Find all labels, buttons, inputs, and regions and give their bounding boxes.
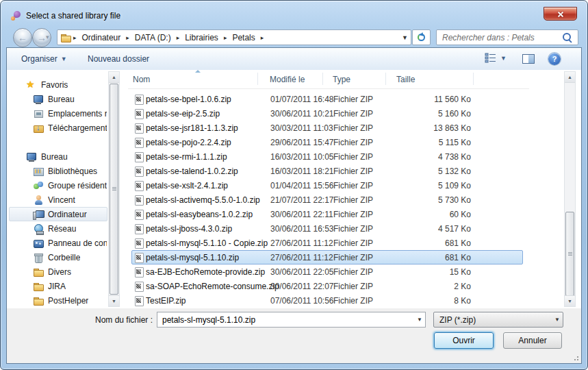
file-row[interactable]: petals-sl-mysql-5.1.10 - Copie.zip27/06/… xyxy=(131,236,523,250)
sidebar-item-vincent[interactable]: Vincent xyxy=(9,193,107,207)
homegroup-icon xyxy=(33,180,44,191)
file-name: petals-sl-jboss-4.3.0.zip xyxy=(146,224,232,234)
file-size: 681 Ko xyxy=(365,238,471,248)
file-row[interactable]: TestEIP.zip07/06/2011 10:56Fichier ZIP8 … xyxy=(131,293,523,308)
scroll-down-icon[interactable]: ▼ xyxy=(109,295,119,306)
file-name: petals-se-pojo-2.2.4.zip xyxy=(146,138,231,147)
preview-pane-button[interactable] xyxy=(522,54,535,64)
forward-arrow-icon: → xyxy=(37,32,47,43)
sidebar-item-corbeille[interactable]: Corbeille xyxy=(9,250,107,264)
scroll-up-icon[interactable]: ▲ xyxy=(565,72,575,83)
sidebar-item-emplacements-recents[interactable]: Emplacements ré xyxy=(9,106,107,121)
zip-file-icon xyxy=(133,151,144,162)
organize-label: Organiser xyxy=(21,54,57,64)
file-row[interactable]: petals-se-xslt-2.4.1.zip01/04/2011 15:56… xyxy=(131,178,523,193)
views-button[interactable]: ▼ xyxy=(485,53,507,63)
list-scrollbar-thumb[interactable] xyxy=(565,212,574,296)
sidebar-item-divers[interactable]: Divers xyxy=(9,264,107,279)
file-row[interactable]: petals-sl-jboss-4.3.0.zip30/06/2011 16:5… xyxy=(131,221,523,236)
breadcrumb-item[interactable]: Ordinateur▸ xyxy=(79,33,131,42)
back-arrow-icon: ← xyxy=(18,32,27,43)
column-separator[interactable] xyxy=(385,73,386,85)
sidebar-item-reseau[interactable]: Réseau xyxy=(9,221,107,236)
zip-file-icon xyxy=(133,108,144,119)
open-button-label: Ouvrir xyxy=(452,336,475,345)
filename-input[interactable] xyxy=(157,315,414,325)
file-row[interactable]: petals-sl-activemq-5.5.0-1.0.zip21/07/20… xyxy=(131,193,523,207)
scroll-down-icon[interactable]: ▼ xyxy=(565,295,575,306)
new-folder-button[interactable]: Nouveau dossier xyxy=(85,48,152,70)
breadcrumb-item[interactable]: DATA (D:)▸ xyxy=(131,33,181,42)
search-icon[interactable] xyxy=(562,32,572,42)
folder-icon xyxy=(33,295,44,306)
file-row[interactable]: sa-SOAP-EchoRemote-consume.zip30/06/2011… xyxy=(131,279,523,293)
scroll-up-icon[interactable]: ▲ xyxy=(109,72,119,83)
filename-dropdown-icon[interactable]: ▼ xyxy=(414,317,425,323)
sidebar-item-ordinateur[interactable]: Ordinateur xyxy=(9,207,107,221)
back-button[interactable]: ← xyxy=(13,28,32,47)
column-separator[interactable] xyxy=(473,73,474,85)
file-name: petals-se-bpel-1.0.6.zip xyxy=(146,95,231,104)
file-row[interactable]: petals-se-talend-1.0.2.zip16/03/2011 18:… xyxy=(131,164,523,178)
sidebar-item-telechargements[interactable]: Téléchargements xyxy=(9,121,107,135)
breadcrumb-item[interactable]: Petals▸ xyxy=(229,33,266,42)
breadcrumb-item[interactable]: Librairies▸ xyxy=(181,33,229,42)
address-bar[interactable]: ▸ Ordinateur▸ DATA (D:)▸ Librairies▸ Pet… xyxy=(57,29,411,45)
close-button[interactable] xyxy=(544,7,577,21)
zip-file-icon xyxy=(133,180,144,191)
address-dropdown-icon[interactable]: ▼ xyxy=(402,30,408,45)
zip-file-icon xyxy=(133,137,144,148)
resize-grip[interactable] xyxy=(571,353,579,361)
main-panel: Favoris Bureau Emplacements ré Télécharg… xyxy=(7,70,581,308)
sidebar-item-bureau-root[interactable]: Bureau xyxy=(9,149,107,164)
file-row[interactable]: petals-se-jsr181-1.1.3.zip30/03/2011 11:… xyxy=(131,121,523,135)
column-separator[interactable] xyxy=(257,73,258,85)
file-row[interactable]: petals-se-rmi-1.1.1.zip16/03/2011 10:05F… xyxy=(131,149,523,164)
zip-file-icon xyxy=(133,223,144,234)
file-row-selected[interactable]: petals-sl-mysql-5.1.10.zip27/06/2011 11:… xyxy=(131,250,523,264)
column-header-taille[interactable]: Taille xyxy=(396,70,472,88)
file-modified: 27/06/2011 11:12 xyxy=(270,238,333,248)
list-scrollbar[interactable]: ▲ ▼ xyxy=(564,71,576,307)
libraries-icon xyxy=(33,166,44,177)
cancel-button[interactable]: Annuler xyxy=(503,332,562,349)
column-header-type[interactable]: Type xyxy=(333,70,383,88)
column-header-nom[interactable]: Nom xyxy=(133,70,257,88)
sidebar-item-label: Réseau xyxy=(48,224,76,234)
organize-button[interactable]: Organiser ▼ xyxy=(18,48,70,70)
sidebar-item-groupe-residentiel[interactable]: Groupe résidenti xyxy=(9,178,107,193)
sidebar-item-bureau[interactable]: Bureau xyxy=(9,92,107,106)
search-input[interactable] xyxy=(437,33,562,42)
sidebar-item-panneau-de-configuration[interactable]: Panneau de conf xyxy=(9,236,107,250)
file-name: petals-sl-mysql-5.1.10.zip xyxy=(146,253,239,262)
file-row[interactable]: petals-sl-easybeans-1.0.2.zip30/06/2011 … xyxy=(131,207,523,221)
user-icon xyxy=(33,195,44,206)
sidebar-item-jira[interactable]: JIRA xyxy=(9,279,107,293)
sidebar-item-label: PostHelper xyxy=(48,296,88,306)
file-name: petals-sl-mysql-5.1.10 - Copie.zip xyxy=(146,238,268,248)
sidebar-item-posthelper[interactable]: PostHelper xyxy=(9,293,107,308)
sidebar-scrollbar-thumb[interactable] xyxy=(110,84,118,295)
open-button[interactable]: Ouvrir xyxy=(434,332,494,349)
column-separator[interactable] xyxy=(322,73,323,85)
file-row[interactable]: petals-se-bpel-1.0.6.zip01/07/2011 16:48… xyxy=(131,92,523,106)
file-name: petals-se-rmi-1.1.1.zip xyxy=(146,152,227,162)
file-row[interactable]: petals-se-eip-2.5.zip30/06/2011 10:21Fic… xyxy=(131,106,523,121)
column-header-modifie-le[interactable]: Modifié le xyxy=(270,70,322,88)
file-row[interactable]: sa-EJB-EchoRemote-provide.zip30/06/2011 … xyxy=(131,264,523,279)
refresh-button[interactable] xyxy=(412,29,431,45)
sidebar-item-label: Ordinateur xyxy=(48,210,87,219)
file-name: sa-SOAP-EchoRemote-consume.zip xyxy=(146,282,279,291)
filetype-value: ZIP (*.zip) xyxy=(434,315,552,325)
filetype-select[interactable]: ZIP (*.zip) ▼ xyxy=(433,312,563,328)
zip-file-icon xyxy=(133,252,144,263)
history-dropdown[interactable]: ▾ xyxy=(46,34,49,40)
sidebar-scrollbar[interactable]: ▲ ▼ xyxy=(108,71,120,307)
sidebar-item-favoris[interactable]: Favoris xyxy=(9,77,107,92)
file-row[interactable]: petals-se-pojo-2.2.4.zip29/06/2011 15:47… xyxy=(131,135,523,149)
sidebar-item-bibliotheques[interactable]: Bibliothèques xyxy=(9,164,107,178)
sidebar-item-label: Divers xyxy=(48,267,71,277)
file-name: sa-EJB-EchoRemote-provide.zip xyxy=(146,267,265,277)
help-button[interactable]: ? xyxy=(548,53,561,65)
breadcrumb-label: Librairies xyxy=(181,33,222,42)
